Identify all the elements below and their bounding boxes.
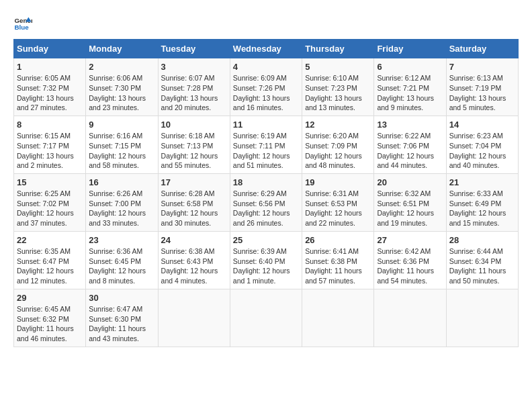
day-number: 4 xyxy=(233,61,299,73)
day-number: 24 xyxy=(161,234,227,246)
calendar-cell: 24 Sunrise: 6:38 AMSunset: 6:43 PMDaylig… xyxy=(158,231,230,289)
logo: General Blue xyxy=(13,13,35,32)
calendar-cell xyxy=(302,289,374,347)
day-info: Sunrise: 6:31 AMSunset: 6:53 PMDaylight:… xyxy=(305,189,371,228)
calendar-cell: 6 Sunrise: 6:12 AMSunset: 7:21 PMDayligh… xyxy=(374,58,446,116)
calendar-cell: 22 Sunrise: 6:35 AMSunset: 6:47 PMDaylig… xyxy=(14,231,86,289)
day-info: Sunrise: 6:42 AMSunset: 6:36 PMDaylight:… xyxy=(377,246,443,286)
day-info: Sunrise: 6:12 AMSunset: 7:21 PMDaylight:… xyxy=(377,73,443,113)
calendar-body: 1 Sunrise: 6:05 AMSunset: 7:32 PMDayligh… xyxy=(14,58,519,347)
calendar-week-row: 15 Sunrise: 6:25 AMSunset: 7:02 PMDaylig… xyxy=(14,173,519,231)
day-number: 3 xyxy=(161,61,227,73)
calendar-cell: 29 Sunrise: 6:45 AMSunset: 6:32 PMDaylig… xyxy=(14,289,86,347)
calendar-cell: 5 Sunrise: 6:10 AMSunset: 7:23 PMDayligh… xyxy=(302,58,374,116)
calendar-header: SundayMondayTuesdayWednesdayThursdayFrid… xyxy=(14,40,519,58)
logo-icon: General Blue xyxy=(13,13,32,32)
svg-text:Blue: Blue xyxy=(14,24,29,31)
calendar-cell: 25 Sunrise: 6:39 AMSunset: 6:40 PMDaylig… xyxy=(230,231,302,289)
day-number: 13 xyxy=(377,119,443,131)
calendar-cell xyxy=(374,289,446,347)
header: General Blue xyxy=(13,13,519,32)
calendar-cell: 14 Sunrise: 6:23 AMSunset: 7:04 PMDaylig… xyxy=(446,116,518,173)
day-info: Sunrise: 6:39 AMSunset: 6:40 PMDaylight:… xyxy=(233,246,299,286)
calendar-cell: 15 Sunrise: 6:25 AMSunset: 7:02 PMDaylig… xyxy=(14,173,86,231)
day-number: 8 xyxy=(17,119,83,131)
weekday-header-saturday: Saturday xyxy=(446,40,518,58)
day-number: 5 xyxy=(305,61,371,73)
day-number: 20 xyxy=(377,177,443,189)
day-info: Sunrise: 6:10 AMSunset: 7:23 PMDaylight:… xyxy=(305,73,371,113)
weekday-header-thursday: Thursday xyxy=(302,40,374,58)
day-info: Sunrise: 6:33 AMSunset: 6:49 PMDaylight:… xyxy=(449,189,515,228)
day-number: 10 xyxy=(161,119,227,131)
day-number: 2 xyxy=(89,61,154,73)
weekday-header-sunday: Sunday xyxy=(14,40,86,58)
calendar-cell: 13 Sunrise: 6:22 AMSunset: 7:06 PMDaylig… xyxy=(374,116,446,173)
calendar-cell: 8 Sunrise: 6:15 AMSunset: 7:17 PMDayligh… xyxy=(14,116,86,173)
calendar-cell: 4 Sunrise: 6:09 AMSunset: 7:26 PMDayligh… xyxy=(230,58,302,116)
day-number: 9 xyxy=(89,119,154,131)
day-info: Sunrise: 6:44 AMSunset: 6:34 PMDaylight:… xyxy=(449,246,515,286)
day-info: Sunrise: 6:29 AMSunset: 6:56 PMDaylight:… xyxy=(233,189,299,228)
day-info: Sunrise: 6:19 AMSunset: 7:11 PMDaylight:… xyxy=(233,131,299,171)
calendar-cell: 20 Sunrise: 6:32 AMSunset: 6:51 PMDaylig… xyxy=(374,173,446,231)
weekday-header-friday: Friday xyxy=(374,40,446,58)
day-number: 1 xyxy=(17,61,83,73)
weekday-header-tuesday: Tuesday xyxy=(158,40,230,58)
calendar-cell: 12 Sunrise: 6:20 AMSunset: 7:09 PMDaylig… xyxy=(302,116,374,173)
weekday-header-monday: Monday xyxy=(86,40,158,58)
day-number: 23 xyxy=(89,234,154,246)
calendar-cell: 3 Sunrise: 6:07 AMSunset: 7:28 PMDayligh… xyxy=(158,58,230,116)
weekday-header-wednesday: Wednesday xyxy=(230,40,302,58)
day-info: Sunrise: 6:15 AMSunset: 7:17 PMDaylight:… xyxy=(17,131,83,171)
day-number: 27 xyxy=(377,234,443,246)
day-number: 28 xyxy=(449,234,515,246)
calendar-cell: 10 Sunrise: 6:18 AMSunset: 7:13 PMDaylig… xyxy=(158,116,230,173)
day-number: 19 xyxy=(305,177,371,189)
calendar-cell: 17 Sunrise: 6:28 AMSunset: 6:58 PMDaylig… xyxy=(158,173,230,231)
day-info: Sunrise: 6:28 AMSunset: 6:58 PMDaylight:… xyxy=(161,189,227,228)
day-number: 14 xyxy=(449,119,515,131)
day-info: Sunrise: 6:22 AMSunset: 7:06 PMDaylight:… xyxy=(377,131,443,171)
calendar-cell: 21 Sunrise: 6:33 AMSunset: 6:49 PMDaylig… xyxy=(446,173,518,231)
day-number: 30 xyxy=(89,292,154,304)
day-number: 25 xyxy=(233,234,299,246)
calendar-cell: 9 Sunrise: 6:16 AMSunset: 7:15 PMDayligh… xyxy=(86,116,158,173)
calendar-cell: 11 Sunrise: 6:19 AMSunset: 7:11 PMDaylig… xyxy=(230,116,302,173)
calendar-cell: 19 Sunrise: 6:31 AMSunset: 6:53 PMDaylig… xyxy=(302,173,374,231)
day-info: Sunrise: 6:16 AMSunset: 7:15 PMDaylight:… xyxy=(89,131,154,171)
weekday-header-row: SundayMondayTuesdayWednesdayThursdayFrid… xyxy=(14,40,519,58)
day-number: 11 xyxy=(233,119,299,131)
day-number: 15 xyxy=(17,177,83,189)
day-info: Sunrise: 6:05 AMSunset: 7:32 PMDaylight:… xyxy=(17,73,83,113)
day-info: Sunrise: 6:35 AMSunset: 6:47 PMDaylight:… xyxy=(17,246,83,286)
calendar-week-row: 1 Sunrise: 6:05 AMSunset: 7:32 PMDayligh… xyxy=(14,58,519,116)
calendar-cell xyxy=(230,289,302,347)
day-info: Sunrise: 6:38 AMSunset: 6:43 PMDaylight:… xyxy=(161,246,227,286)
day-info: Sunrise: 6:07 AMSunset: 7:28 PMDaylight:… xyxy=(161,73,227,113)
day-info: Sunrise: 6:13 AMSunset: 7:19 PMDaylight:… xyxy=(449,73,515,113)
day-info: Sunrise: 6:26 AMSunset: 7:00 PMDaylight:… xyxy=(89,189,154,228)
day-number: 12 xyxy=(305,119,371,131)
calendar-table: SundayMondayTuesdayWednesdayThursdayFrid… xyxy=(13,39,519,347)
day-info: Sunrise: 6:41 AMSunset: 6:38 PMDaylight:… xyxy=(305,246,371,286)
day-info: Sunrise: 6:23 AMSunset: 7:04 PMDaylight:… xyxy=(449,131,515,171)
calendar-cell: 23 Sunrise: 6:36 AMSunset: 6:45 PMDaylig… xyxy=(86,231,158,289)
day-info: Sunrise: 6:09 AMSunset: 7:26 PMDaylight:… xyxy=(233,73,299,113)
calendar-cell: 2 Sunrise: 6:06 AMSunset: 7:30 PMDayligh… xyxy=(86,58,158,116)
calendar-week-row: 29 Sunrise: 6:45 AMSunset: 6:32 PMDaylig… xyxy=(14,289,519,347)
calendar-cell: 18 Sunrise: 6:29 AMSunset: 6:56 PMDaylig… xyxy=(230,173,302,231)
day-info: Sunrise: 6:32 AMSunset: 6:51 PMDaylight:… xyxy=(377,189,443,228)
day-number: 18 xyxy=(233,177,299,189)
calendar-week-row: 8 Sunrise: 6:15 AMSunset: 7:17 PMDayligh… xyxy=(14,116,519,173)
day-info: Sunrise: 6:47 AMSunset: 6:30 PMDaylight:… xyxy=(89,304,154,344)
day-number: 26 xyxy=(305,234,371,246)
day-number: 6 xyxy=(377,61,443,73)
day-number: 21 xyxy=(449,177,515,189)
day-number: 22 xyxy=(17,234,83,246)
calendar-cell xyxy=(158,289,230,347)
day-number: 29 xyxy=(17,292,83,304)
day-info: Sunrise: 6:20 AMSunset: 7:09 PMDaylight:… xyxy=(305,131,371,171)
day-info: Sunrise: 6:45 AMSunset: 6:32 PMDaylight:… xyxy=(17,304,83,344)
calendar-week-row: 22 Sunrise: 6:35 AMSunset: 6:47 PMDaylig… xyxy=(14,231,519,289)
